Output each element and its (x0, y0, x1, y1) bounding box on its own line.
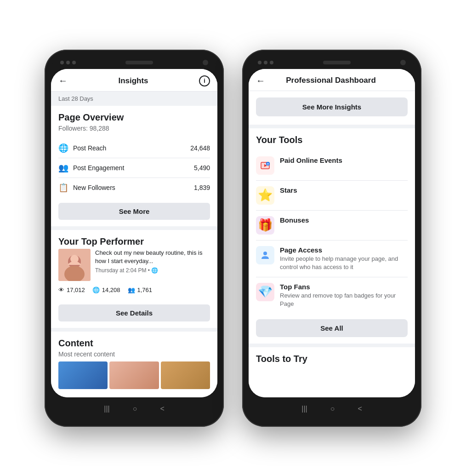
nav-menu-icon[interactable]: ||| (104, 405, 109, 413)
post-engagement-row: 👥 Post Engagement 5,490 (58, 158, 210, 178)
insights-info-icon[interactable]: i (199, 75, 210, 86)
paid-events-icon (256, 156, 274, 175)
nav-home-icon-2[interactable]: ○ (330, 405, 335, 413)
top-performer-title: Your Top Performer (58, 236, 210, 247)
dot-6 (270, 61, 273, 64)
phone-camera-1 (203, 60, 208, 65)
thumb-2 (109, 361, 159, 389)
dot-3 (72, 61, 76, 64)
tool-item-page-access[interactable]: Page Access Invite people to help manage… (256, 241, 408, 277)
reach-globe-icon: 🌐 (92, 287, 100, 293)
followers-count: Followers: 98,288 (58, 125, 210, 132)
nav-back-icon-2[interactable]: < (358, 405, 362, 413)
see-all-button[interactable]: See All (256, 319, 408, 337)
post-reach-left: 🌐 Post Reach (58, 143, 106, 153)
engagement-people-icon: 👥 (128, 287, 135, 293)
page-overview-section: Page Overview Followers: 98,288 🌐 Post R… (51, 106, 217, 230)
nav-home-icon[interactable]: ○ (133, 405, 137, 413)
tools-to-try-section: Tools to Try (249, 347, 415, 376)
reach-stat: 🌐 14,208 (92, 287, 120, 293)
top-fans-info: Top Fans Review and remove top fan badge… (280, 283, 408, 308)
phone-speaker-2 (323, 61, 351, 64)
engagement-value: 1,761 (137, 287, 153, 293)
page-access-info: Page Access Invite people to help manage… (280, 246, 408, 271)
bonuses-info: Bonuses (280, 216, 309, 225)
content-thumbnails (58, 361, 210, 389)
performer-post-text: Check out my new beauty routine, this is… (95, 249, 210, 265)
page-access-name: Page Access (280, 246, 408, 254)
insights-scroll[interactable]: Last 28 Days Page Overview Followers: 98… (51, 92, 217, 397)
stars-name: Stars (280, 186, 297, 194)
professional-header: ← Professional Dashboard (249, 69, 415, 91)
bonuses-name: Bonuses (280, 216, 309, 224)
see-more-insights-button[interactable]: See More Insights (256, 97, 408, 116)
phone-dots-1 (60, 61, 76, 64)
content-subtitle: Most recent content (58, 350, 210, 358)
page-access-icon (256, 246, 274, 264)
performer-thumbnail (58, 249, 91, 281)
dot-5 (264, 61, 267, 64)
phone-speaker-1 (125, 61, 153, 64)
top-fans-name: Top Fans (280, 283, 408, 291)
see-more-insights-section: See More Insights (249, 91, 415, 128)
new-followers-value: 1,839 (194, 184, 210, 191)
globe-icon: 🌐 (58, 143, 68, 153)
paid-events-name: Paid Online Events (280, 156, 342, 164)
phone-bottombar-2: ||| ○ < (249, 397, 415, 420)
post-engagement-left: 👥 Post Engagement (58, 163, 124, 173)
phone-dots-2 (258, 61, 273, 64)
phone-topbar-2 (249, 56, 415, 69)
views-stat: 👁 17,012 (58, 287, 85, 293)
insights-header: ← Insights i (51, 69, 217, 92)
professional-title: Professional Dashboard (286, 76, 376, 85)
top-fans-icon: 💎 (256, 283, 274, 301)
performer-card: Check out my new beauty routine, this is… (58, 249, 210, 281)
professional-screen: ← Professional Dashboard See More Insigh… (249, 69, 415, 397)
performer-post-meta: Thursday at 2:04 PM • 🌐 (95, 267, 210, 274)
page-overview-title: Page Overview (58, 112, 210, 123)
professional-back-button[interactable]: ← (256, 75, 265, 86)
eye-icon: 👁 (58, 287, 64, 293)
clipboard-icon: 📋 (58, 183, 68, 193)
views-value: 17,012 (67, 287, 85, 293)
stars-icon: ⭐ (256, 186, 274, 205)
nav-menu-icon-2[interactable]: ||| (301, 405, 307, 413)
engagement-stat: 👥 1,761 (128, 287, 153, 293)
post-reach-value: 24,648 (190, 144, 210, 152)
performer-info: Check out my new beauty routine, this is… (95, 249, 210, 281)
post-reach-row: 🌐 Post Reach 24,648 (58, 138, 210, 158)
content-section: Content Most recent content (51, 332, 217, 396)
new-followers-left: 📋 New Followers (58, 183, 115, 193)
page-access-desc: Invite people to help manage your page, … (280, 255, 408, 271)
phone-professional: ← Professional Dashboard See More Insigh… (242, 50, 421, 427)
new-followers-row: 📋 New Followers 1,839 (58, 178, 210, 197)
phone-screen-1: ← Insights i Last 28 Days Page Overview … (51, 69, 217, 397)
insights-back-button[interactable]: ← (58, 75, 68, 86)
reach-value: 14,208 (102, 287, 120, 293)
professional-scroll[interactable]: See More Insights Your Tools (249, 91, 415, 397)
nav-back-icon[interactable]: < (160, 405, 164, 413)
tool-item-bonuses[interactable]: 🎁 Bonuses (256, 211, 408, 241)
your-tools-section: Your Tools (249, 128, 415, 348)
post-engagement-label: Post Engagement (73, 164, 124, 172)
phone-topbar-1 (51, 56, 217, 69)
thumb-3 (161, 361, 210, 389)
top-fans-desc: Review and remove top fan badges for you… (280, 292, 408, 308)
see-details-button[interactable]: See Details (58, 304, 210, 321)
dot-1 (60, 61, 64, 64)
period-bar: Last 28 Days (51, 92, 217, 106)
post-engagement-value: 5,490 (194, 164, 210, 172)
top-performer-section: Your Top Performer (51, 230, 217, 332)
insights-screen: ← Insights i Last 28 Days Page Overview … (51, 69, 217, 397)
tool-item-top-fans[interactable]: 💎 Top Fans Review and remove top fan bad… (256, 277, 408, 314)
see-more-button[interactable]: See More (58, 203, 210, 220)
content-title: Content (58, 338, 210, 349)
phone-bottombar-1: ||| ○ < (51, 397, 217, 420)
svg-point-10 (263, 252, 267, 255)
phone-camera-2 (400, 60, 406, 65)
post-reach-label: Post Reach (73, 144, 106, 152)
tool-item-paid-events[interactable]: Paid Online Events (256, 151, 408, 181)
insights-title: Insights (118, 76, 148, 86)
tool-item-stars[interactable]: ⭐ Stars (256, 181, 408, 211)
stars-info: Stars (280, 186, 297, 195)
